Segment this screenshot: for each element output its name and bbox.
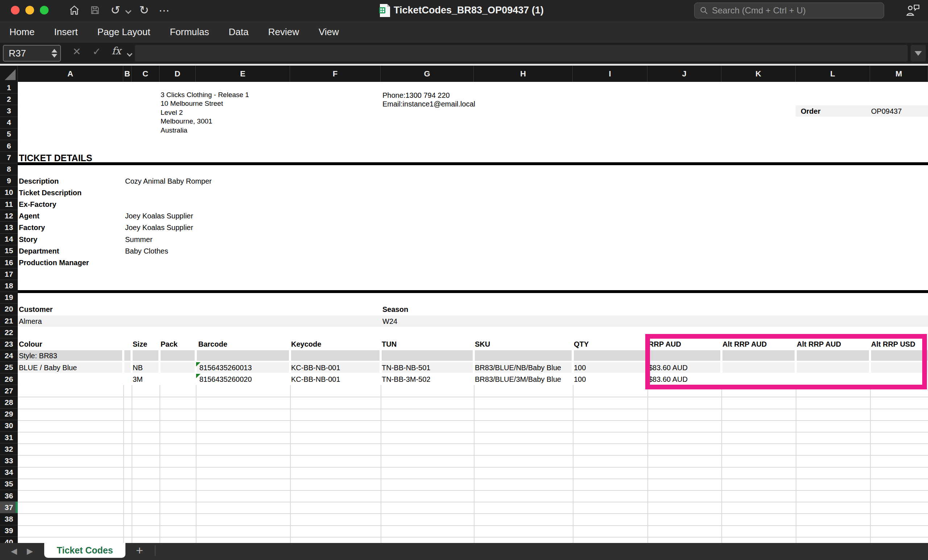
table-cell-size-row25[interactable]: NB <box>133 364 143 372</box>
column-header-J[interactable]: J <box>647 65 721 82</box>
row-header-11[interactable]: 11 <box>0 198 18 210</box>
table-cell-keycode-row26[interactable]: KC-BB-NB-001 <box>291 375 340 384</box>
row-header-6[interactable]: 6 <box>0 140 18 152</box>
column-header-D[interactable]: D <box>160 65 196 82</box>
table-header-colour[interactable]: Colour <box>19 340 42 349</box>
row-header-5[interactable]: 5 <box>0 129 18 140</box>
formula-input[interactable] <box>135 45 908 62</box>
ribbon-tab-review[interactable]: Review <box>268 26 299 38</box>
detail-label-production-manager[interactable]: Production Manager <box>19 259 89 267</box>
row-header-39[interactable]: 39 <box>0 525 18 537</box>
row-header-20[interactable]: 20 <box>0 304 18 315</box>
select-all-corner[interactable] <box>0 65 18 82</box>
row-header-8[interactable]: 8 <box>0 163 18 175</box>
column-header-A[interactable]: A <box>18 65 123 82</box>
ribbon-tab-insert[interactable]: Insert <box>54 26 78 38</box>
more-toolbar-icon[interactable]: ⋯ <box>159 5 169 16</box>
zoom-window-button[interactable] <box>40 6 49 14</box>
detail-value-agent[interactable]: Joey Koalas Supplier <box>125 212 193 221</box>
table-cell-barcode-row26[interactable]: 8156435260020 <box>199 375 252 384</box>
detail-label-agent[interactable]: Agent <box>19 212 40 221</box>
table-header-pack[interactable]: Pack <box>160 340 178 349</box>
company-address-block[interactable]: 3 Clicks Clothing - Release 110 Melbourn… <box>160 91 249 135</box>
column-header-F[interactable]: F <box>290 65 381 82</box>
row-header-33[interactable]: 33 <box>0 455 18 467</box>
detail-value-description[interactable]: Cozy Animal Baby Romper <box>125 177 212 186</box>
row-header-2[interactable]: 2 <box>0 93 18 105</box>
table-cell-tun-row25[interactable]: TN-BB-NB-501 <box>382 364 430 372</box>
home-icon[interactable] <box>69 5 80 16</box>
table-cell-tun-row26[interactable]: TN-BB-3M-502 <box>382 375 430 384</box>
sheet-grid[interactable]: 3 Clicks Clothing - Release 110 Melbourn… <box>18 82 928 543</box>
row-header-29[interactable]: 29 <box>0 409 18 420</box>
detail-label-description[interactable]: Description <box>19 177 59 186</box>
table-cell-qty-row26[interactable]: 100 <box>574 375 586 384</box>
order-label-cell[interactable]: Order <box>801 107 820 116</box>
row-header-15[interactable]: 15 <box>0 245 18 257</box>
detail-label-factory[interactable]: Factory <box>19 224 45 232</box>
row-header-4[interactable]: 4 <box>0 117 18 129</box>
column-header-G[interactable]: G <box>381 65 474 82</box>
table-header-tun[interactable]: TUN <box>382 340 397 349</box>
search-input[interactable]: Search (Cmd + Ctrl + U) <box>694 3 884 18</box>
row-header-19[interactable]: 19 <box>0 292 18 304</box>
row-header-3[interactable]: 3 <box>0 105 18 117</box>
row-header-13[interactable]: 13 <box>0 222 18 233</box>
row-header-37[interactable]: 37 <box>0 502 18 513</box>
ribbon-tab-formulas[interactable]: Formulas <box>169 26 209 38</box>
row-header-27[interactable]: 27 <box>0 385 18 397</box>
row-header-14[interactable]: 14 <box>0 234 18 245</box>
ribbon-tab-home[interactable]: Home <box>9 26 34 38</box>
add-sheet-button[interactable]: + <box>131 543 148 558</box>
row-header-35[interactable]: 35 <box>0 478 18 490</box>
column-header-L[interactable]: L <box>796 65 870 82</box>
table-header-qty[interactable]: QTY <box>574 340 589 349</box>
season-value-cell[interactable]: W24 <box>382 317 397 326</box>
row-header-1[interactable]: 1 <box>0 82 18 93</box>
row-header-25[interactable]: 25 <box>0 362 18 373</box>
table-header-barcode[interactable]: Barcode <box>198 340 227 349</box>
phone-cell[interactable]: Phone:1300 794 220 <box>382 91 450 100</box>
row-header-34[interactable]: 34 <box>0 467 18 478</box>
row-header-31[interactable]: 31 <box>0 432 18 443</box>
row-header-23[interactable]: 23 <box>0 338 18 350</box>
table-cell-sku-row26[interactable]: BR83/BLUE/3M/Baby Blue <box>475 375 561 384</box>
customer-value-cell[interactable]: Almera <box>19 317 42 326</box>
sheet-tab-ticket-codes[interactable]: Ticket Codes <box>44 543 125 558</box>
row-header-28[interactable]: 28 <box>0 397 18 408</box>
row-header-32[interactable]: 32 <box>0 443 18 455</box>
customer-label-cell[interactable]: Customer <box>19 305 53 314</box>
insert-function-icon[interactable]: fx <box>111 45 121 57</box>
detail-label-story[interactable]: Story <box>19 236 37 244</box>
table-cell-colour-row25[interactable]: BLUE / Baby Blue <box>19 364 77 372</box>
row-header-9[interactable]: 9 <box>0 175 18 187</box>
table-cell-qty-row25[interactable]: 100 <box>574 364 586 372</box>
row-header-36[interactable]: 36 <box>0 490 18 502</box>
table-cell-barcode-row25[interactable]: 8156435260013 <box>199 364 252 372</box>
section-title-cell[interactable]: TICKET DETAILS <box>19 153 92 161</box>
fx-chevron-icon[interactable] <box>128 51 131 57</box>
detail-label-department[interactable]: Department <box>19 247 59 256</box>
table-header-keycode[interactable]: Keycode <box>291 340 321 349</box>
column-header-B[interactable]: B <box>123 65 131 82</box>
row-header-7[interactable]: 7 <box>0 152 18 163</box>
name-box[interactable]: R37 <box>3 45 61 62</box>
prev-sheet-arrow[interactable]: ◀ <box>11 546 17 556</box>
season-label-cell[interactable]: Season <box>382 305 408 314</box>
column-header-I[interactable]: I <box>573 65 647 82</box>
close-window-button[interactable] <box>11 6 20 14</box>
row-header-10[interactable]: 10 <box>0 187 18 198</box>
name-box-up-arrow[interactable] <box>52 49 57 53</box>
table-header-sku[interactable]: SKU <box>475 340 490 349</box>
ribbon-tab-data[interactable]: Data <box>229 26 249 38</box>
order-value-cell[interactable]: OP09437 <box>871 107 902 116</box>
row-header-16[interactable]: 16 <box>0 257 18 268</box>
row-header-30[interactable]: 30 <box>0 420 18 432</box>
ribbon-tab-view[interactable]: View <box>319 26 339 38</box>
redo-icon[interactable]: ↻ <box>139 5 149 16</box>
detail-label-ticket-description[interactable]: Ticket Description <box>19 189 82 198</box>
style-row-cell[interactable]: Style: BR83 <box>19 352 57 361</box>
undo-chevron-icon[interactable] <box>126 8 130 14</box>
table-cell-keycode-row25[interactable]: KC-BB-NB-001 <box>291 364 340 372</box>
email-cell[interactable]: Email:instance1@email.local <box>382 100 475 109</box>
